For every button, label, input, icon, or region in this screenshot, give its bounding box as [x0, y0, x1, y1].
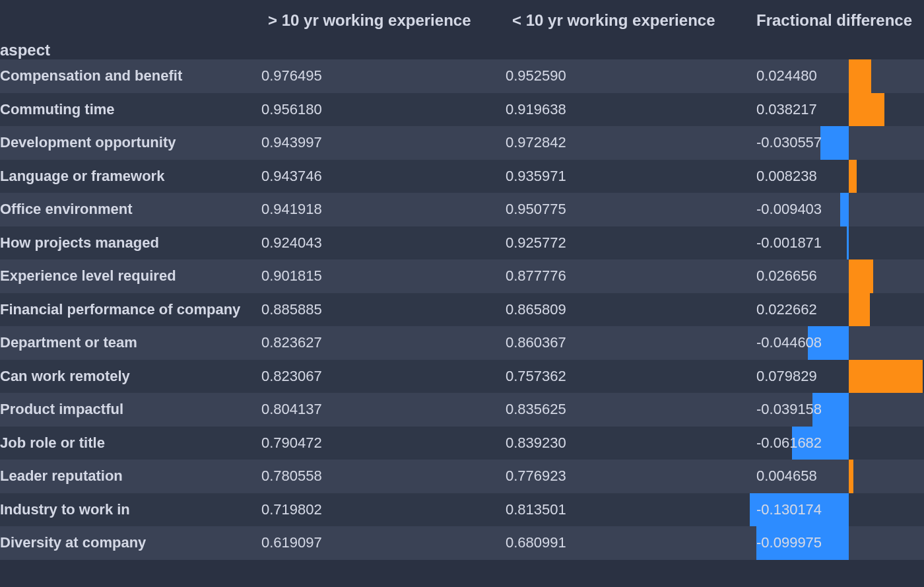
cell-lt10: 0.860367 [506, 326, 750, 360]
cell-lt10: 0.935971 [506, 160, 750, 193]
cell-aspect: Can work remotely [0, 360, 261, 394]
frac-bar-negative [840, 193, 849, 226]
cell-frac-value: -0.044608 [756, 334, 822, 351]
cell-aspect: Job role or title [0, 427, 261, 460]
cell-frac: -0.044608 [750, 326, 924, 360]
table-row: Diversity at company0.6190970.680991-0.0… [0, 526, 924, 560]
header-row-index: aspect [0, 41, 924, 59]
index-label: aspect [0, 41, 924, 59]
cell-lt10: 0.813501 [506, 493, 750, 527]
cell-gt10: 0.901815 [261, 259, 506, 293]
cell-gt10: 0.823627 [261, 326, 506, 360]
cell-frac-value: 0.079829 [756, 368, 817, 385]
cell-aspect: Office environment [0, 193, 261, 226]
table-row: Language or framework0.9437460.9359710.0… [0, 160, 924, 193]
cell-frac: -0.099975 [750, 526, 924, 560]
cell-frac-value: 0.038217 [756, 101, 817, 118]
cell-aspect: Financial performance of company [0, 293, 261, 327]
cell-frac: 0.004658 [750, 460, 924, 493]
cell-aspect: Department or team [0, 326, 261, 360]
cell-gt10: 0.941918 [261, 193, 506, 226]
frac-bar-negative [820, 126, 849, 160]
cell-gt10: 0.956180 [261, 93, 506, 127]
cell-lt10: 0.925772 [506, 226, 750, 260]
cell-lt10: 0.950775 [506, 193, 750, 226]
cell-frac: 0.079829 [750, 360, 924, 394]
cell-gt10: 0.885885 [261, 293, 506, 327]
cell-frac-value: -0.061682 [756, 434, 822, 452]
table-row: Office environment0.9419180.950775-0.009… [0, 193, 924, 226]
cell-lt10: 0.865809 [506, 293, 750, 327]
cell-aspect: Leader reputation [0, 460, 261, 493]
cell-lt10: 0.839230 [506, 427, 750, 460]
cell-aspect: Diversity at company [0, 526, 261, 560]
table-row: Industry to work in0.7198020.813501-0.13… [0, 493, 924, 527]
frac-bar-positive [849, 293, 870, 327]
frac-bar-positive [849, 59, 871, 93]
cell-frac-value: -0.039158 [756, 401, 822, 418]
cell-gt10: 0.823067 [261, 360, 506, 394]
cell-frac: -0.030557 [750, 126, 924, 160]
cell-gt10: 0.804137 [261, 393, 506, 427]
cell-lt10: 0.680991 [506, 526, 750, 560]
cell-gt10: 0.924043 [261, 226, 506, 260]
cell-gt10: 0.719802 [261, 493, 506, 527]
cell-aspect: Experience level required [0, 259, 261, 293]
cell-frac-value: 0.024480 [756, 67, 817, 85]
table-row: Compensation and benefit0.9764950.952590… [0, 59, 924, 93]
cell-aspect: Language or framework [0, 160, 261, 193]
frac-bar-positive [849, 360, 923, 394]
cell-frac-value: 0.022662 [756, 301, 817, 318]
cell-aspect: Industry to work in [0, 493, 261, 527]
header-row-columns: > 10 yr working experience < 10 yr worki… [0, 0, 924, 41]
cell-frac: -0.061682 [750, 427, 924, 460]
frac-bar-positive [849, 160, 857, 193]
cell-frac-value: -0.099975 [756, 534, 822, 551]
cell-lt10: 0.776923 [506, 460, 750, 493]
cell-frac: -0.001871 [750, 226, 924, 260]
cell-aspect: Development opportunity [0, 126, 261, 160]
table-body: Compensation and benefit0.9764950.952590… [0, 59, 924, 560]
header-blank [0, 0, 261, 41]
header-frac: Fractional difference [750, 0, 924, 41]
table-row: Leader reputation0.7805580.7769230.00465… [0, 460, 924, 493]
table-row: Commuting time0.9561800.9196380.038217 [0, 93, 924, 127]
frac-bar-positive [849, 460, 853, 493]
cell-gt10: 0.619097 [261, 526, 506, 560]
table-row: Job role or title0.7904720.839230-0.0616… [0, 427, 924, 460]
cell-frac-value: 0.026656 [756, 267, 817, 285]
table-row: Product impactful0.8041370.835625-0.0391… [0, 393, 924, 427]
cell-aspect: Commuting time [0, 93, 261, 127]
table-row: How projects managed0.9240430.925772-0.0… [0, 226, 924, 260]
cell-frac-value: -0.009403 [756, 201, 822, 218]
cell-frac: 0.038217 [750, 93, 924, 127]
cell-frac: 0.008238 [750, 160, 924, 193]
cell-aspect: Compensation and benefit [0, 59, 261, 93]
cell-lt10: 0.919638 [506, 93, 750, 127]
cell-aspect: How projects managed [0, 226, 261, 260]
cell-lt10: 0.877776 [506, 259, 750, 293]
cell-gt10: 0.976495 [261, 59, 506, 93]
cell-frac-value: 0.008238 [756, 168, 817, 185]
cell-frac: -0.009403 [750, 193, 924, 226]
frac-bar-positive [849, 93, 884, 127]
table-row: Can work remotely0.8230670.7573620.07982… [0, 360, 924, 394]
table-row: Experience level required0.9018150.87777… [0, 259, 924, 293]
frac-bar-positive [849, 259, 873, 293]
cell-frac-value: 0.004658 [756, 467, 817, 485]
cell-gt10: 0.780558 [261, 460, 506, 493]
cell-aspect: Product impactful [0, 393, 261, 427]
cell-frac: 0.024480 [750, 59, 924, 93]
cell-lt10: 0.952590 [506, 59, 750, 93]
cell-frac-value: -0.030557 [756, 134, 822, 151]
cell-lt10: 0.757362 [506, 360, 750, 394]
cell-gt10: 0.943746 [261, 160, 506, 193]
cell-frac-value: -0.130174 [756, 501, 822, 518]
cell-frac: -0.039158 [750, 393, 924, 427]
styled-table: > 10 yr working experience < 10 yr worki… [0, 0, 924, 560]
header-lt10: < 10 yr working experience [506, 0, 750, 41]
table-row: Financial performance of company0.885885… [0, 293, 924, 327]
cell-lt10: 0.835625 [506, 393, 750, 427]
cell-frac-value: -0.001871 [756, 234, 822, 252]
cell-frac: 0.026656 [750, 259, 924, 293]
